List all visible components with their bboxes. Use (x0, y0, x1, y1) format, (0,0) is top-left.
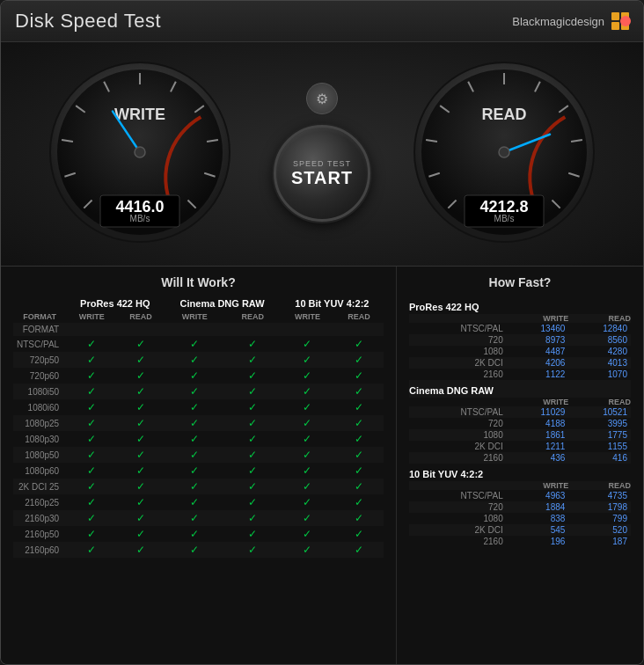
th-cdng-read: READ (225, 311, 281, 323)
table-row: 2160p60 ✓ ✓ ✓ ✓ ✓ ✓ (13, 542, 384, 558)
check-icon: ✓ (355, 385, 363, 398)
table-row: NTSC/PAL ✓ ✓ ✓ ✓ ✓ ✓ (13, 336, 384, 352)
start-button[interactable]: SPEED TEST START (274, 125, 370, 222)
will-it-work-title: Will It Work? (13, 275, 384, 289)
check-icon: ✓ (87, 480, 96, 493)
start-label: START (291, 168, 353, 187)
check-icon: ✓ (87, 369, 96, 382)
svg-text:MB/s: MB/s (494, 214, 514, 223)
how-fast-title: How Fast? (409, 275, 631, 289)
check-icon: ✓ (248, 496, 257, 508)
format-cell: 720p60 (13, 368, 66, 384)
write-gauge: WRITE 4416.0 MB/s (48, 60, 232, 245)
will-it-work-panel: Will It Work? ProRes 422 HQ Cinema DNG R… (1, 267, 397, 664)
check-icon: ✓ (303, 417, 311, 429)
check-icon: ✓ (136, 480, 145, 493)
check-icon: ✓ (303, 449, 311, 461)
header-row: WRITEREAD (409, 481, 631, 490)
check-icon: ✓ (136, 496, 145, 508)
header-row: WRITEREAD (409, 314, 631, 323)
list-item: 2K DCI 1211 1155 (409, 441, 631, 452)
check-icon: ✓ (87, 528, 96, 540)
gauge-section: WRITE 4416.0 MB/s ⚙ SPEED TEST START (1, 42, 643, 266)
check-icon: ✓ (190, 544, 199, 556)
close-button[interactable] (620, 16, 631, 26)
check-icon: ✓ (136, 433, 145, 445)
window-title: Disk Speed Test (15, 10, 161, 33)
check-icon: ✓ (87, 512, 96, 524)
list-item: 720 8973 8560 (409, 334, 631, 346)
check-icon: ✓ (303, 496, 311, 508)
speed-test-label: SPEED TEST (293, 159, 351, 168)
format-cell: NTSC/PAL (13, 336, 66, 352)
svg-text:4212.8: 4212.8 (479, 198, 528, 216)
check-icon: ✓ (248, 401, 257, 413)
check-icon: ✓ (303, 385, 311, 398)
table-row: 1080p25 ✓ ✓ ✓ ✓ ✓ ✓ (13, 415, 384, 431)
check-icon: ✓ (248, 464, 257, 477)
settings-button[interactable]: ⚙ (306, 83, 338, 114)
check-icon: ✓ (136, 417, 145, 429)
list-item: NTSC/PAL 13460 12840 (409, 323, 631, 334)
check-icon: ✓ (303, 480, 311, 493)
check-icon: ✓ (190, 512, 199, 524)
check-icon: ✓ (355, 354, 363, 366)
check-icon: ✓ (248, 544, 257, 556)
th-yuv-read: READ (334, 311, 384, 323)
check-icon: ✓ (190, 480, 199, 493)
check-icon: ✓ (355, 512, 363, 524)
check-icon: ✓ (355, 433, 363, 445)
check-icon: ✓ (136, 544, 145, 556)
check-icon: ✓ (248, 385, 257, 398)
format-cell: 2K DCI 25 (13, 479, 66, 494)
check-icon: ✓ (355, 496, 363, 508)
table-row: 2160p30 ✓ ✓ ✓ ✓ ✓ ✓ (13, 510, 384, 526)
how-fast-panel: How Fast? ProRes 422 HQWRITEREADNTSC/PAL… (397, 267, 643, 664)
list-item: 1080 1861 1775 (409, 429, 631, 441)
check-icon: ✓ (136, 354, 145, 366)
list-item: 2K DCI 4206 4013 (409, 357, 631, 369)
table-row: 720p60 ✓ ✓ ✓ ✓ ✓ ✓ (13, 368, 384, 384)
check-icon: ✓ (190, 417, 199, 429)
th-cdng: Cinema DNG RAW (164, 296, 280, 311)
check-icon: ✓ (248, 449, 257, 461)
write-gauge-wrapper: WRITE 4416.0 MB/s (48, 60, 232, 245)
table-row: 2160p50 ✓ ✓ ✓ ✓ ✓ ✓ (13, 526, 384, 542)
th-prores: ProRes 422 HQ (66, 296, 164, 311)
check-icon: ✓ (87, 433, 96, 445)
check-icon: ✓ (248, 512, 257, 524)
format-cell: 2160p25 (13, 494, 66, 510)
check-icon: ✓ (355, 480, 363, 493)
codec-row: Cinema DNG RAW (409, 380, 631, 398)
th-prores-read: READ (118, 311, 165, 323)
check-icon: ✓ (355, 528, 363, 540)
format-cell: 2160p50 (13, 526, 66, 542)
codec-row: ProRes 422 HQ (409, 296, 631, 314)
list-item: 2160 436 416 (409, 452, 631, 464)
check-icon: ✓ (355, 369, 363, 382)
check-icon: ✓ (136, 449, 145, 461)
format-cell: FORMAT (13, 323, 66, 336)
check-icon: ✓ (87, 385, 96, 398)
check-icon: ✓ (248, 480, 257, 493)
table-row: 1080i50 ✓ ✓ ✓ ✓ ✓ ✓ (13, 384, 384, 399)
check-icon: ✓ (303, 369, 311, 382)
check-icon: ✓ (248, 417, 257, 429)
th-format (13, 296, 66, 311)
list-item: 1080 4487 4280 (409, 346, 631, 357)
th-format-label: FORMAT (13, 311, 66, 323)
check-icon: ✓ (87, 417, 96, 429)
format-cell: 1080p60 (13, 463, 66, 479)
check-icon: ✓ (303, 401, 311, 413)
th-prores-write: WRITE (66, 311, 117, 323)
check-icon: ✓ (87, 401, 96, 413)
table-row: 2160p25 ✓ ✓ ✓ ✓ ✓ ✓ (13, 494, 384, 510)
format-cell: 2160p30 (13, 510, 66, 526)
codec-row: 10 Bit YUV 4:2:2 (409, 464, 631, 481)
check-icon: ✓ (303, 528, 311, 540)
center-controls: ⚙ SPEED TEST START (274, 83, 370, 222)
format-cell: 1080i50 (13, 384, 66, 399)
check-icon: ✓ (303, 354, 311, 366)
check-icon: ✓ (190, 354, 199, 366)
check-icon: ✓ (248, 354, 257, 366)
